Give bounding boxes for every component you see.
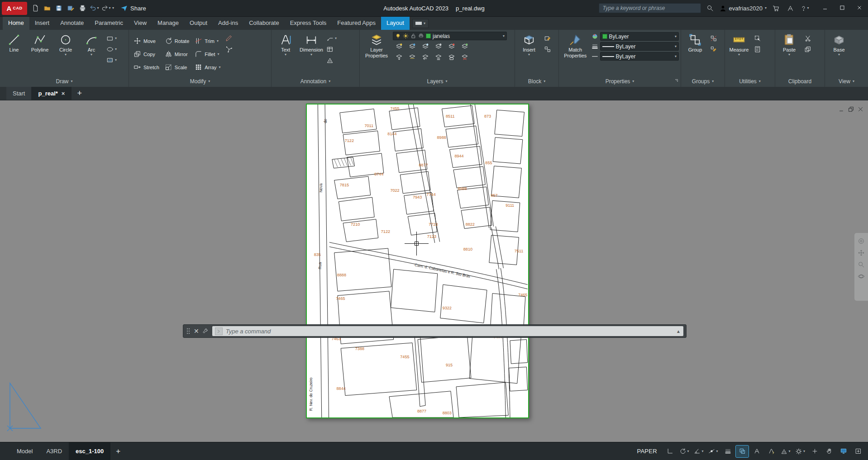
polyline-button[interactable]: Polyline (28, 31, 52, 76)
layer-unisolate-button[interactable] (446, 42, 457, 51)
leader-button[interactable]: ▾ (325, 34, 338, 43)
table-button[interactable] (325, 45, 338, 54)
command-grip-icon[interactable] (186, 327, 191, 335)
autodesk-app-store-button[interactable] (785, 2, 796, 14)
save-button[interactable] (53, 2, 64, 14)
command-field[interactable]: ▲ (212, 326, 683, 336)
new-file-button[interactable] (30, 2, 41, 14)
autocad-logo[interactable]: A CAD (2, 2, 27, 15)
layout-tab-model[interactable]: Model (10, 442, 39, 460)
linetype-dropdown[interactable]: ByLayer▾ (600, 52, 679, 61)
hatch-tool-button[interactable]: ▾ (105, 56, 118, 65)
ribbon-tab-output[interactable]: Output (184, 17, 213, 30)
layer-freeze-vp-button[interactable] (446, 52, 457, 61)
layout-paper[interactable]: 7455851187370118144712289888944855887787… (306, 104, 529, 418)
search-button[interactable] (705, 2, 715, 14)
layer-make-current-button[interactable] (394, 52, 405, 61)
copy-clip-button[interactable] (803, 45, 813, 54)
quick-select-button[interactable] (753, 34, 763, 43)
paste-button[interactable]: Paste▾ (777, 31, 801, 76)
layer-previous-button[interactable] (420, 52, 431, 61)
properties-dialog-launcher[interactable] (674, 76, 679, 85)
ribbon-display-toggle[interactable]: ▾ (412, 19, 429, 28)
annotation-scale-button[interactable]: ▾ (779, 446, 792, 457)
group-button[interactable]: Group (683, 31, 707, 76)
workspace-switching-button[interactable]: ▾ (794, 446, 806, 457)
command-input[interactable] (226, 328, 673, 335)
lineweight-dropdown[interactable]: ByLayer▾ (600, 42, 679, 51)
navigation-bar[interactable] (854, 233, 868, 301)
drawing-area[interactable]: 7455851187370118144712289888944855887787… (0, 100, 868, 442)
panel-label-annotation[interactable]: Annotation▾ (272, 76, 359, 87)
layer-lock-button[interactable] (433, 42, 444, 51)
lineweight-display-button[interactable] (721, 446, 734, 457)
clean-screen-button[interactable] (852, 446, 864, 457)
erase-button[interactable] (224, 34, 234, 43)
search-input[interactable] (599, 3, 701, 13)
ribbon-tab-featured-apps[interactable]: Featured Apps (332, 17, 381, 30)
base-button[interactable]: Base▾ (827, 31, 851, 76)
paper-space-toggle[interactable]: PAPER (637, 448, 657, 455)
rectangle-tool-button[interactable]: ▾ (105, 34, 118, 43)
file-tab-close-icon[interactable]: × (62, 90, 65, 97)
layer-delete-button[interactable] (459, 52, 470, 61)
layer-match-button[interactable] (407, 52, 418, 61)
minimize-button[interactable] (816, 0, 834, 17)
layer-merge-button[interactable] (459, 42, 470, 51)
help-dropdown-icon[interactable]: ▾ (807, 6, 809, 10)
rotate-button[interactable]: Rotate (165, 35, 189, 47)
user-account-button[interactable]: evafrias2020 ▾ (719, 5, 767, 12)
annotation-autoscale-button[interactable] (765, 446, 777, 457)
selection-cycling-button[interactable] (736, 446, 749, 457)
block-editor-button[interactable] (543, 45, 553, 54)
layer-dropdown[interactable]: janelas ▾ (393, 32, 507, 40)
qat-customize-icon[interactable]: ▾ (112, 6, 114, 10)
dimension-button[interactable]: Dimension▾ (299, 31, 324, 76)
cart-button[interactable] (770, 2, 781, 14)
layout-tab-esc_1-100[interactable]: esc_1-100 (69, 442, 110, 460)
help-button[interactable]: ▾ (799, 2, 810, 14)
user-dropdown-icon[interactable]: ▾ (765, 6, 767, 10)
viewport-restore-icon[interactable] (848, 106, 854, 114)
viewport-minimize-icon[interactable] (839, 106, 844, 114)
command-close-button[interactable]: ✕ (194, 327, 199, 335)
viewport-close-icon[interactable] (858, 106, 863, 114)
mirror-button[interactable]: Mirror (165, 48, 189, 60)
maximize-button[interactable] (834, 0, 851, 17)
panel-label-utilities[interactable]: Utilities▾ (725, 76, 775, 87)
command-customize-wrench-icon[interactable] (202, 328, 209, 335)
object-color-dropdown[interactable]: ByLayer▾ (600, 32, 679, 41)
command-line[interactable]: ✕ ▲ (183, 324, 687, 338)
annotation-visibility-button[interactable] (750, 446, 763, 457)
ribbon-tab-layout[interactable]: Layout (381, 17, 410, 30)
drafting-settings-button[interactable]: ▾ (678, 446, 691, 457)
layer-dropdown-arrow[interactable]: ▾ (503, 34, 505, 38)
array-button[interactable]: Array▾ (195, 61, 220, 73)
annotation-scale-button[interactable] (325, 56, 338, 65)
match-properties-button[interactable]: Match Properties (561, 31, 590, 76)
fillet-button[interactable]: Fillet▾ (195, 48, 220, 60)
panel-label-view[interactable]: View▾ (825, 76, 868, 87)
ribbon-tab-view[interactable]: View (129, 17, 152, 30)
line-button[interactable]: Line (2, 31, 26, 76)
layer-walk-button[interactable] (433, 52, 444, 61)
trim-button[interactable]: Trim▾ (195, 35, 220, 47)
explode-button[interactable] (224, 45, 234, 54)
ribbon-tab-express-tools[interactable]: Express Tools (285, 17, 332, 30)
open-file-button[interactable] (42, 2, 52, 14)
redo-button[interactable]: ▾ (100, 2, 111, 14)
redo-dropdown-icon[interactable]: ▾ (109, 6, 110, 10)
file-tab-p_real[interactable]: p_real*× (32, 87, 72, 100)
layer-freeze-button[interactable] (420, 42, 431, 51)
panel-label-groups[interactable]: Groups▾ (681, 76, 725, 87)
quick-calc-button[interactable] (753, 45, 763, 54)
ribbon-tab-add-ins[interactable]: Add-ins (213, 17, 243, 30)
ribbon-tab-manage[interactable]: Manage (152, 17, 184, 30)
ribbon-tab-collaborate[interactable]: Collaborate (243, 17, 285, 30)
ribbon-tab-annotate[interactable]: Annotate (55, 17, 89, 30)
layer-off-button[interactable] (394, 42, 405, 51)
scale-button[interactable]: Scale (165, 61, 189, 73)
ungroup-button[interactable] (709, 34, 719, 43)
ellipse-tool-button[interactable]: ▾ (105, 45, 118, 54)
define-attributes-button[interactable] (543, 34, 553, 43)
